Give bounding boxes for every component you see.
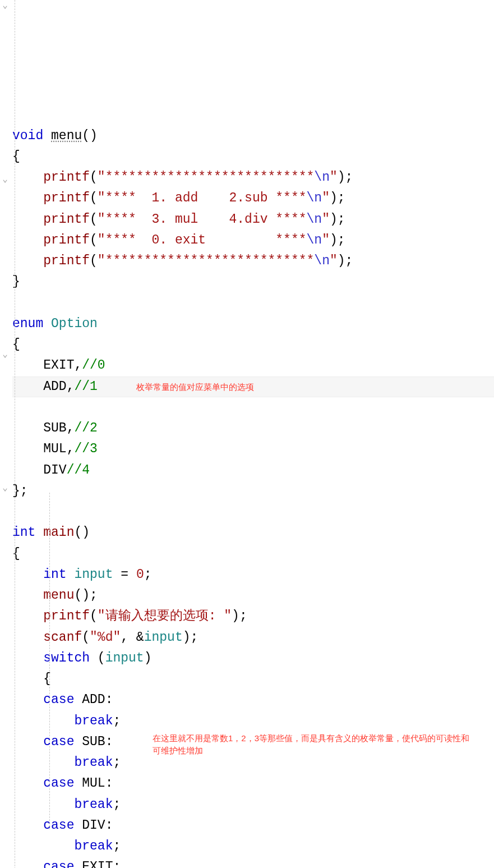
line: printf("***************************\n"); <box>12 254 353 268</box>
line: } <box>12 274 20 289</box>
kw-int: int <box>12 525 35 540</box>
line: break; <box>12 755 121 770</box>
line: EXIT,//0 <box>12 358 105 373</box>
fn-main: main <box>43 525 74 540</box>
fn-printf: printf <box>43 170 90 185</box>
fn-menu: menu <box>51 128 82 143</box>
line: switch (input) <box>12 651 151 665</box>
fold-mark-icon[interactable]: ⌄ <box>1 1 9 10</box>
line: printf("***************************\n"); <box>12 170 353 185</box>
line: MUL,//3 <box>12 442 98 456</box>
kw-switch: switch <box>43 651 90 665</box>
line: scanf("%d", &input); <box>12 630 198 645</box>
line: SUB,//2 <box>12 421 98 435</box>
line: case MUL: <box>12 776 113 791</box>
line: printf("**** 1. add 2.sub ****\n"); <box>12 191 345 205</box>
highlight-line: ADD,//1 枚举常量的值对应菜单中的选项 <box>12 376 494 397</box>
kw-enum: enum <box>12 316 43 331</box>
annotation-2: 在这里就不用是常数1，2，3等那些值，而是具有含义的枚举常量，使代码的可读性和可… <box>153 732 478 757</box>
line: { <box>12 672 51 686</box>
line: printf("请输入想要的选项: "); <box>12 609 247 623</box>
line: { <box>12 149 20 164</box>
fold-mark-icon[interactable]: ⌄ <box>1 175 9 184</box>
line: printf("**** 0. exit ****\n"); <box>12 233 345 247</box>
line: menu(); <box>12 588 98 603</box>
annotation-1: 枚举常量的值对应菜单中的选项 <box>136 382 254 392</box>
line: case EXIT: <box>12 860 121 868</box>
line: break; <box>12 714 121 728</box>
line: int main() <box>12 525 90 540</box>
kw-void: void <box>12 128 43 143</box>
enum-name: Option <box>51 316 98 331</box>
line: int input = 0; <box>12 567 152 582</box>
line: printf("**** 3. mul 4.div ****\n"); <box>12 212 345 227</box>
line: { <box>12 546 20 561</box>
line: DIV//4 <box>12 463 90 477</box>
fold-gutter: ⌄ ⌄ ⌄ ⌄ <box>0 0 10 868</box>
line: void menu() <box>12 128 98 143</box>
line: case ADD: <box>12 692 113 707</box>
line: break; <box>12 797 121 812</box>
line: break; <box>12 839 121 853</box>
fold-mark-icon[interactable]: ⌄ <box>1 484 9 493</box>
line: { <box>12 337 20 352</box>
line: case SUB:在这里就不用是常数1，2，3等那些值，而是具有含义的枚举常量，… <box>12 734 113 749</box>
code-block: ⌄ ⌄ ⌄ ⌄ void menu() { printf("**********… <box>0 0 494 868</box>
fold-mark-icon[interactable]: ⌄ <box>1 350 9 359</box>
line: case DIV: <box>12 818 113 833</box>
line: enum Option <box>12 316 98 331</box>
